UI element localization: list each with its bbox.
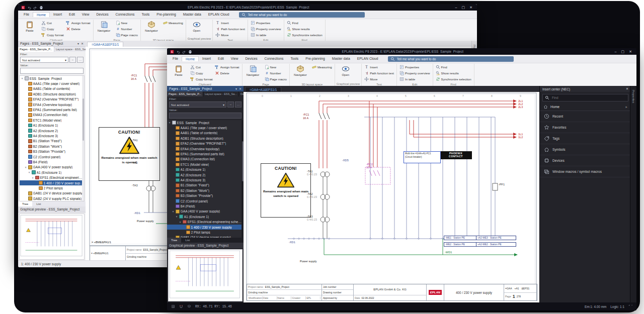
tree-item[interactable]: ▾ESS_Sample_Project — [20, 76, 84, 81]
schematic-label[interactable]: -FC1 — [303, 113, 309, 116]
tree-item[interactable]: AAB1 (Table of contents) — [20, 86, 84, 91]
tree-item[interactable]: 1 400 / 230 V power supply — [20, 180, 84, 185]
ribbon-button-cut[interactable]: Cut — [40, 20, 65, 26]
ribbon-tab-connections[interactable]: Connections — [112, 12, 138, 17]
expander-icon[interactable]: ▾ — [179, 221, 182, 224]
tree-item[interactable]: 2 Pilot lamps — [167, 230, 244, 235]
ribbon-tab-insert[interactable]: Insert — [50, 12, 65, 17]
tree-item[interactable]: GAB1 (24 V device power supply) — [167, 235, 244, 238]
pages-panel-tab-1[interactable]: Layout space - ESS_Sa... — [203, 91, 239, 96]
tree-item[interactable]: A1 (Enclosure 1) — [167, 167, 244, 172]
schematic-label[interactable]: -TA1 — [132, 139, 138, 142]
tell-me-search[interactable]: Tell me what you want to do — [388, 56, 514, 62]
tree-item[interactable]: AAA1 (Title page / cover sheet) — [20, 81, 84, 86]
cross-reference-box[interactable]: -WE2 · Station PE — [444, 242, 477, 247]
schematic-label[interactable]: 2L3 — [518, 106, 523, 109]
ribbon-tab-master-data[interactable]: Master data — [180, 12, 205, 17]
tree-item[interactable]: C2 (Control panel) — [20, 154, 84, 159]
tree-item[interactable]: 2 Pilot lamps — [20, 185, 84, 190]
ribbon-button-in-table[interactable]: In table — [398, 76, 431, 82]
ribbon-button-navigator[interactable]: Navigator — [95, 20, 113, 32]
view-tab-list[interactable]: List — [181, 238, 194, 243]
tree-item[interactable]: ADB1 (Structure description) — [167, 136, 244, 141]
ribbon-tab-devices[interactable]: Devices — [93, 12, 112, 17]
pages-panel-tab-0[interactable]: Pages - ESS_Sample_P... — [18, 47, 54, 52]
tree-item[interactable]: ETC1 (Model view) — [167, 162, 244, 167]
ribbon-button-navigator[interactable]: Navigator — [244, 64, 262, 76]
schematic-label[interactable]: -TA2 — [132, 161, 138, 164]
insert-center-item-symbols[interactable]: Symbols — [540, 144, 631, 155]
tree-item[interactable]: ▾A1 (Enclosure 1) — [167, 214, 244, 219]
ribbon-button-navigator[interactable]: Navigator — [142, 20, 160, 32]
insert-center-search-input[interactable] — [551, 95, 626, 100]
ribbon-tab-edit[interactable]: Edit — [214, 56, 227, 61]
cross-reference-box[interactable]: -WE1 · Station PE — [444, 236, 477, 240]
filter-dropdown[interactable]: Not activated▾ — [20, 57, 68, 63]
expander-icon[interactable]: ▾ — [172, 210, 175, 213]
ribbon-button-path-function-text[interactable]: TPath function text — [363, 70, 395, 76]
print-icon[interactable] — [188, 50, 192, 54]
tree-item[interactable]: B3 (Station "Provide") — [20, 149, 84, 154]
schematic-label[interactable]: 10 A — [366, 166, 372, 169]
ribbon-tab-devices[interactable]: Devices — [242, 56, 261, 61]
pages-panel-tab-2[interactable]: Devices - ESS_Sample... — [239, 91, 244, 96]
undo-icon[interactable] — [27, 6, 31, 10]
schematic-label[interactable]: Power supply — [300, 260, 317, 263]
tree-item[interactable]: AAA1 (Title page / cover sheet) — [167, 125, 244, 130]
tree-item[interactable]: A4 (Enclosure 3) — [20, 133, 84, 138]
filter-more-button[interactable]: … — [77, 57, 84, 63]
expander-icon[interactable]: ▾ — [31, 176, 34, 179]
ribbon-button-new[interactable]: New — [264, 64, 288, 70]
insert-center-home[interactable]: Home ▸ — [540, 103, 631, 111]
maximize-button[interactable]: ▢ — [621, 50, 625, 54]
tree-item[interactable]: A2 (Enclosure 2) — [20, 128, 84, 133]
caution-note[interactable]: CAUTION! Remains energized when main swi… — [261, 163, 311, 218]
close-icon[interactable]: ✕ — [81, 42, 84, 45]
ribbon-tab-master-data[interactable]: Master data — [329, 56, 354, 61]
schematic-label[interactable]: -XD1 — [289, 241, 295, 244]
ribbon-tab-edit[interactable]: Edit — [65, 12, 78, 17]
tree-item[interactable]: B4 (Field) — [20, 159, 84, 164]
ribbon-button-copy[interactable]: Copy — [189, 70, 214, 76]
tree-item[interactable]: EPA1 (Summarized parts list) — [20, 107, 84, 112]
expander-icon[interactable]: ▾ — [168, 121, 171, 124]
tree-item[interactable]: B2 (Station "Work") — [20, 144, 84, 149]
pin-icon[interactable]: ▾ — [235, 87, 237, 90]
view-tab-tree[interactable]: Tree — [167, 238, 181, 243]
expander-icon[interactable]: ▾ — [175, 215, 178, 218]
ribbon-tab-insert[interactable]: Insert — [199, 56, 214, 61]
filter-minus-button[interactable]: – — [227, 101, 234, 108]
ribbon-button-number[interactable]: #Number — [115, 26, 139, 32]
tell-me-search[interactable]: Tell me what you want to do — [239, 12, 365, 18]
ribbon-button-copy-format[interactable]: Copy format — [189, 76, 214, 82]
schematic-sheet[interactable]: 00112233445566778899 PHOENIXCONTACT Mult… — [244, 92, 539, 302]
expander-icon[interactable]: ▾ — [28, 171, 31, 174]
sheet-tab[interactable]: =GAA+A1&EFS1/1 — [87, 42, 123, 47]
redo-icon[interactable] — [182, 50, 186, 54]
cross-reference-box[interactable]: +A2-WE3 · Station PE — [476, 236, 516, 240]
ribbon-tab-pre-planning[interactable]: Pre-planning — [302, 56, 329, 61]
ribbon-button-property-overview[interactable]: Property overview — [250, 26, 282, 32]
value-input[interactable] — [169, 113, 242, 119]
insert-center-item-window-macros-symbol-macros[interactable]: Window macros / symbol macros — [540, 166, 631, 177]
value-input[interactable] — [20, 68, 84, 74]
insert-center-item-tags[interactable]: Tags — [540, 133, 631, 144]
schematic-label[interactable]: 16 A — [131, 77, 136, 80]
ribbon-button-paste[interactable]: Paste — [21, 20, 39, 32]
snap-icon[interactable] — [179, 304, 183, 308]
tree-item[interactable]: ▾GAA (400 V power supply) — [167, 209, 244, 214]
schematic-label[interactable]: = +BME&PA1/1 — [92, 241, 111, 244]
preview-thumbnail[interactable] — [19, 214, 85, 260]
ribbon-button-paste[interactable]: Paste — [170, 64, 188, 76]
ribbon-tab-pre-planning[interactable]: Pre-planning — [153, 12, 180, 17]
expand-icon[interactable] — [628, 304, 632, 308]
view-tab-list[interactable]: List — [32, 201, 45, 206]
ribbon-tab-view[interactable]: View — [78, 12, 93, 17]
tree-item[interactable]: ▾EFS1 (Electrical engineering schematic) — [167, 219, 244, 224]
tree-item[interactable]: B4 (Field) — [167, 203, 244, 208]
schematic-label[interactable]: 0.4/0.23 — [307, 195, 317, 198]
close-icon[interactable]: ✕ — [239, 87, 242, 90]
filter-dropdown[interactable]: Not activated▾ — [169, 101, 226, 108]
ribbon-tab-eplan-cloud[interactable]: EPLAN Cloud — [205, 12, 233, 17]
print-icon[interactable] — [39, 6, 43, 10]
